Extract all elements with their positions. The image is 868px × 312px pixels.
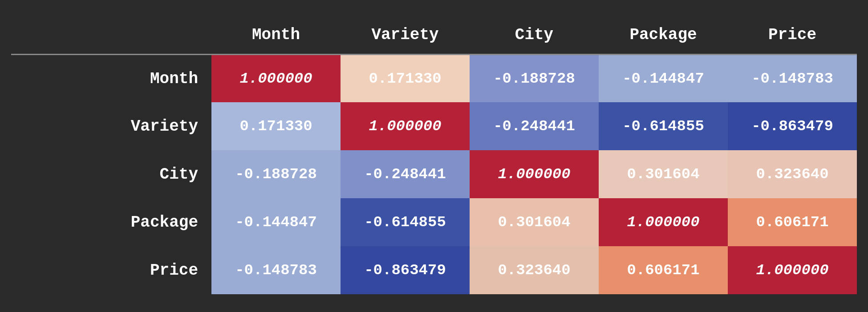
cell: -0.148783 [728, 54, 857, 102]
row-header-city: City [11, 150, 211, 198]
correlation-table: Month Variety City Package Price Month1.… [11, 18, 857, 295]
cell: 0.323640 [470, 246, 599, 294]
table-row: Variety0.1713301.000000-0.248441-0.61485… [11, 102, 857, 150]
cell: 1.000000 [599, 198, 728, 246]
empty-header [11, 18, 211, 55]
cell: -0.144847 [599, 54, 728, 102]
cell: 0.301604 [599, 150, 728, 198]
cell: -0.614855 [599, 102, 728, 150]
cell: -0.248441 [341, 150, 470, 198]
header-row: Month Variety City Package Price [11, 18, 857, 55]
cell: 0.171330 [341, 54, 470, 102]
cell: -0.614855 [341, 198, 470, 246]
cell: 1.000000 [728, 246, 857, 294]
cell: 0.606171 [599, 246, 728, 294]
col-header-variety: Variety [341, 18, 470, 55]
cell: 1.000000 [470, 150, 599, 198]
row-header-month: Month [11, 54, 211, 102]
table-row: Month1.0000000.171330-0.188728-0.144847-… [11, 54, 857, 102]
col-header-price: Price [728, 18, 857, 55]
cell: -0.863479 [728, 102, 857, 150]
table-row: Price-0.148783-0.8634790.3236400.6061711… [11, 246, 857, 294]
heatmap-container: Month Variety City Package Price Month1.… [0, 0, 868, 312]
table-row: City-0.188728-0.2484411.0000000.3016040.… [11, 150, 857, 198]
cell: -0.863479 [341, 246, 470, 294]
col-header-month: Month [211, 18, 341, 55]
cell: 0.301604 [470, 198, 599, 246]
cell: 0.606171 [728, 198, 857, 246]
row-header-price: Price [11, 246, 211, 294]
cell: -0.188728 [470, 54, 599, 102]
cell: -0.144847 [211, 198, 341, 246]
table-row: Package-0.144847-0.6148550.3016041.00000… [11, 198, 857, 246]
row-header-variety: Variety [11, 102, 211, 150]
col-header-package: Package [599, 18, 728, 55]
row-header-package: Package [11, 198, 211, 246]
cell: 0.323640 [728, 150, 857, 198]
cell: 1.000000 [341, 102, 470, 150]
col-header-city: City [470, 18, 599, 55]
cell: -0.148783 [211, 246, 341, 294]
cell: 1.000000 [211, 54, 341, 102]
cell: -0.188728 [211, 150, 341, 198]
cell: -0.248441 [470, 102, 599, 150]
cell: 0.171330 [211, 102, 341, 150]
